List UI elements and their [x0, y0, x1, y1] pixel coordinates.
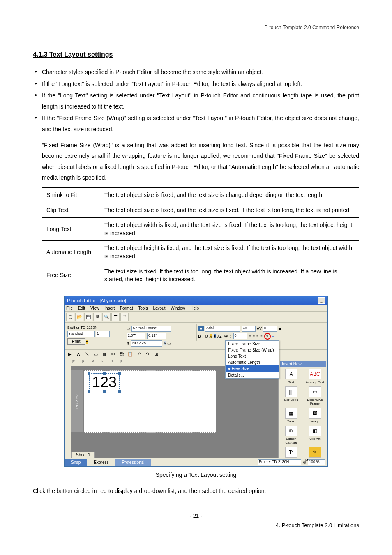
rect-tool-icon[interactable]: ▭ [92, 351, 99, 358]
grid-icon[interactable]: ⊞ [152, 351, 160, 358]
sheet-tab[interactable]: Sheet 1 [71, 452, 95, 458]
final-paragraph: Click the button circled in red to displ… [33, 486, 359, 497]
sb-text[interactable]: AText [280, 369, 302, 384]
font-a-icon: A [198, 326, 204, 331]
list-icon[interactable]: ≣ [278, 326, 281, 331]
bullet-item: If the "Fixed Frame Size (Wrap)" setting… [33, 113, 359, 134]
table-row: Clip Text The text object size is fixed,… [42, 203, 359, 218]
menu-format[interactable]: Format [120, 306, 133, 310]
menu-bar[interactable]: File Edit View Insert Format Tools Layou… [65, 305, 327, 312]
redo-icon[interactable]: ↷ [144, 351, 151, 358]
sb-barcode[interactable]: ||||Bar Code [280, 386, 302, 405]
paper-combo[interactable]: standard [67, 331, 95, 337]
table-key: Automatic Length [42, 241, 100, 264]
prop-icon[interactable]: ☰ [111, 313, 120, 321]
menu-edit[interactable]: Edit [78, 306, 85, 310]
zoom-value[interactable]: 100 % [308, 459, 325, 465]
menu-item-long-text[interactable]: Long Text [226, 353, 279, 359]
bullet-item: If the "Long Text" setting is selected u… [33, 90, 359, 112]
object-toolbar: ▶ A ＼ ▭ ▦ ✂ ⿻ 📋 ↶ ↷ ⊞ [65, 350, 327, 359]
underline-button[interactable]: U [205, 334, 208, 338]
open-icon[interactable]: 📂 [75, 313, 83, 321]
minimize-icon[interactable]: _ [318, 297, 325, 304]
text-layout-dropdown[interactable]: ▾ [264, 333, 271, 340]
sb-image[interactable]: 🖼Image [304, 408, 326, 423]
length-input[interactable]: 2.07" [127, 333, 145, 339]
window-controls[interactable]: _ [317, 297, 325, 304]
menu-window[interactable]: Window [171, 306, 185, 310]
sb-frame[interactable]: ▭Decorative Frame [304, 386, 326, 405]
bg-icon[interactable]: A [164, 341, 166, 345]
menu-item-fixed-frame[interactable]: Fixed Frame Size [226, 341, 279, 347]
menu-view[interactable]: View [90, 306, 99, 310]
text-layout-menu[interactable]: Fixed Frame Size Fixed Frame Size (Wrap)… [225, 340, 279, 379]
print-button[interactable]: Print [67, 338, 85, 345]
font-color-icon[interactable]: A [210, 334, 212, 338]
copy-icon[interactable]: ⿻ [118, 351, 125, 358]
italic-button[interactable]: I [203, 334, 204, 338]
zoom-out-icon[interactable]: ⊖ [303, 460, 306, 465]
font-size-combo[interactable]: 48 [242, 326, 256, 332]
menu-file[interactable]: File [66, 306, 73, 310]
line-space-input[interactable]: 0 [233, 333, 247, 339]
bg2-icon[interactable]: ▭ [167, 341, 171, 345]
page-number: - 21 - [33, 513, 359, 519]
line-tool-icon[interactable]: ＼ [83, 351, 91, 358]
align-center-icon[interactable]: ≡ [253, 334, 255, 338]
shrink-font-icon[interactable]: A▾ [224, 334, 228, 338]
text-tool-icon[interactable]: A [75, 351, 82, 358]
menu-tools[interactable]: Tools [138, 306, 148, 310]
align-left-icon[interactable]: ≡ [249, 334, 251, 338]
text-object[interactable]: 123 [89, 373, 120, 391]
cut-icon[interactable]: ✂ [109, 351, 117, 358]
undo-icon[interactable]: ↶ [135, 351, 143, 358]
print-opts-icon[interactable]: ▾ [86, 340, 88, 344]
collapse-icon[interactable]: « [272, 334, 274, 338]
font-panel: A Arial 48 A̅V 0 ≣ B I U A ■ A▴ A▾ [196, 324, 326, 341]
label-area[interactable]: 123 [84, 370, 216, 433]
image-tool-icon[interactable]: ▦ [101, 351, 108, 358]
menu-item-free-size[interactable]: ● Free Size [226, 365, 279, 372]
sidebar-title: Insert New [280, 361, 326, 367]
property-panels: Brother TD-2130N standard 1 Print ▾ ▭ No… [65, 323, 327, 350]
table-key: Shrink to Fit [42, 187, 100, 203]
help-icon[interactable]: ? [120, 313, 129, 321]
new-icon[interactable]: ▢ [66, 313, 74, 321]
pointer-icon[interactable]: ▶ [66, 351, 74, 358]
bold-button[interactable]: B [198, 334, 201, 338]
printer-name: Brother TD-2130N [67, 326, 121, 330]
font-name-combo[interactable]: Arial [205, 326, 240, 332]
sb-table[interactable]: ▦Table [280, 408, 302, 423]
menu-insert[interactable]: Insert [104, 306, 115, 310]
layout-table: Shrink to Fit The text object size is fi… [42, 187, 359, 287]
canvas[interactable]: RD 2.25" 123 S [71, 366, 278, 458]
grow-font-icon[interactable]: A▴ [217, 334, 222, 338]
char-space-input[interactable]: 0 [263, 326, 277, 332]
media-combo[interactable]: RD 2.25" [131, 340, 162, 347]
menu-layout[interactable]: Layout [153, 306, 165, 310]
menu-item-auto-length[interactable]: Automatic Length [226, 359, 279, 365]
section-title: 4.1.3 Text Layout settings [33, 51, 359, 58]
print-icon[interactable]: 🖶 [93, 313, 101, 321]
sb-arrange[interactable]: ABCArrange Text [304, 369, 326, 384]
mode-express[interactable]: Express [87, 459, 115, 466]
paste-icon[interactable]: 📋 [127, 351, 134, 358]
menu-item-details[interactable]: Details... [226, 372, 279, 378]
table-val: The text size is fixed. If the text is t… [100, 264, 359, 287]
status-printer[interactable]: Brother TD-2130N [258, 459, 301, 465]
menu-help[interactable]: Help [191, 306, 199, 310]
sb-clipart[interactable]: ◧Clip Art [304, 426, 326, 444]
copies-spinner[interactable]: 1 [96, 331, 110, 337]
align-right-icon[interactable]: ≡ [256, 334, 258, 338]
align-just-icon[interactable]: ≡ [260, 334, 262, 338]
save-icon[interactable]: 💾 [84, 313, 92, 321]
menu-item-fixed-wrap[interactable]: Fixed Frame Size (Wrap) [226, 347, 279, 353]
mode-professional[interactable]: Professional [115, 459, 151, 466]
format-combo[interactable]: Normal Format [131, 326, 171, 332]
sb-capture[interactable]: ⧉Screen Capture [280, 426, 302, 444]
orient-icon[interactable]: ⬍ [127, 341, 130, 345]
margin-input[interactable]: 0.12" [147, 333, 166, 339]
mode-snap[interactable]: Snap [65, 459, 87, 466]
preview-icon[interactable]: 🔍 [102, 313, 111, 321]
highlight-icon[interactable]: ■ [214, 334, 216, 338]
